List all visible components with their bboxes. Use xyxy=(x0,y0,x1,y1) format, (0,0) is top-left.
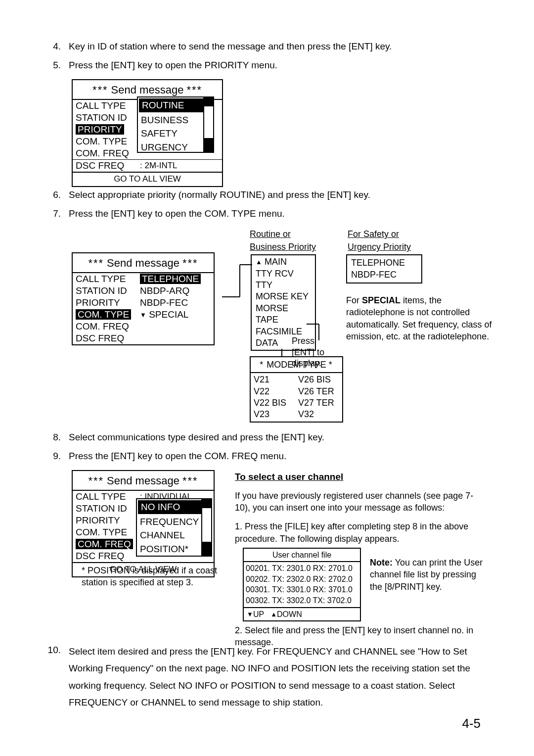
position-note: * POSITION is displayed if a coast stati… xyxy=(82,565,220,588)
step-4: Key in ID of station where to send the m… xyxy=(69,40,487,53)
step-9: Press the [ENT] key to open the COM. FRE… xyxy=(69,449,487,463)
opt-routine[interactable]: ROUTINE xyxy=(139,98,212,112)
scrollbar[interactable] xyxy=(201,499,211,556)
special-note: For SPECIAL items, the radiotelephone is… xyxy=(346,294,494,342)
step-10: Select item desired and press the [ENT] … xyxy=(69,643,487,711)
user-channel-intro: If you have previously registered user c… xyxy=(235,490,487,514)
opt-frequency[interactable]: FREQUENCY xyxy=(137,515,211,529)
user-channel-box: User channel file 00201. TX: 2301.0 RX: … xyxy=(243,548,361,621)
opt-channel[interactable]: CHANNEL xyxy=(137,528,211,542)
safety-hdr: For Safety orUrgency Priority xyxy=(348,228,411,253)
opt-noinfo[interactable]: NO INFO xyxy=(138,500,210,514)
down-arrow-icon: ▼ xyxy=(140,311,146,320)
step-8: Select communications type desired and p… xyxy=(69,430,487,444)
up-arrow-icon: ▲ xyxy=(270,610,277,619)
user-channel-heading: To select a user channel xyxy=(235,470,487,484)
down-arrow-icon: ▼ xyxy=(247,610,253,619)
modem-panel: * MODEM TYPE * V21 V22 V22 BIS V23 V26 B… xyxy=(250,356,343,423)
step-5: Press the [ENT] key to open the PRIORITY… xyxy=(69,58,487,72)
opt-telephone: TELEPHONE xyxy=(140,274,201,284)
opt-urgency[interactable]: URGENCY xyxy=(138,141,213,154)
opt-position[interactable]: POSITION* xyxy=(137,542,211,556)
opt-business[interactable]: BUSINESS xyxy=(138,113,213,127)
safety-panel: TELEPHONE NBDP-FEC xyxy=(346,254,422,284)
user-channel-step2: 2. Select file and press the [ENT] key t… xyxy=(235,624,487,649)
scrollbar[interactable] xyxy=(203,97,213,152)
send-message-comtype-box: ***Send message*** CALL TYPETELEPHONE ST… xyxy=(72,252,215,345)
up-arrow-icon: ▲ xyxy=(256,258,262,267)
comfreq-dropdown[interactable]: NO INFO FREQUENCY CHANNEL POSITION* xyxy=(136,498,212,557)
step-7: Press the [ENT] key to open the COM. TYP… xyxy=(69,207,487,221)
opt-safety[interactable]: SAFETY xyxy=(138,127,213,141)
step-6: Select appropriate priority (normally RO… xyxy=(69,188,487,202)
user-channel-step1: 1. Press the [FILE] key after completing… xyxy=(235,520,487,545)
priority-dropdown[interactable]: ROUTINE BUSINESS SAFETY URGENCY xyxy=(137,96,214,153)
page-number: 4-5 xyxy=(462,714,481,733)
user-channel-note: Note: You can print the User channel fil… xyxy=(370,548,487,593)
routine-hdr: Routine orBusiness Priority xyxy=(250,228,316,253)
